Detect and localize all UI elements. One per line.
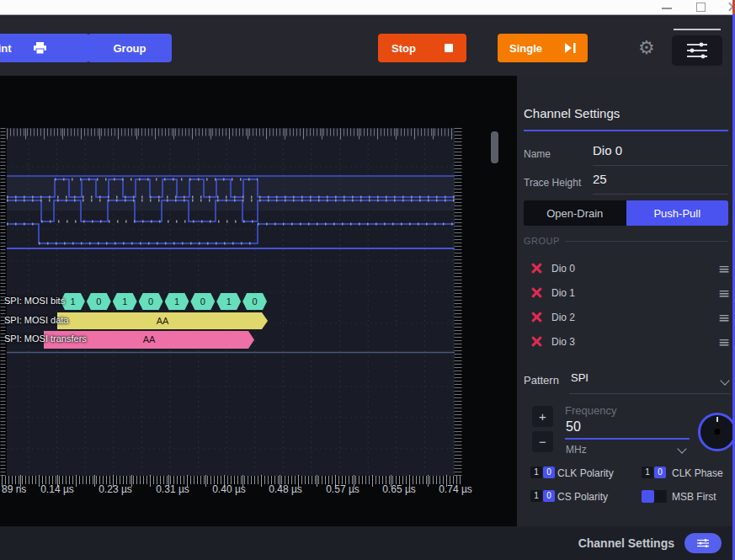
toolbar: Print Group Stop Single ⚙ xyxy=(0,14,735,76)
bit-bubble: 0 xyxy=(139,293,163,310)
group-channel-label: Dio 1 xyxy=(551,287,718,299)
toggle-zero[interactable]: 0 xyxy=(543,467,555,478)
clk-polarity-toggle[interactable]: 1 0 xyxy=(530,467,555,478)
pattern-underline xyxy=(569,393,730,394)
group-channel-row: Dio 2 ≡ xyxy=(524,305,732,329)
pattern-label: Pattern xyxy=(524,374,559,387)
skip-to-end-icon xyxy=(565,43,576,53)
group-channel-list: Dio 0 ≡ Dio 1 ≡ Dio 2 ≡ Dio 3 ≡ xyxy=(524,256,732,354)
open-drain-option[interactable]: Open-Drain xyxy=(524,200,626,226)
decoder-row-label: SPI: MOSI bits xyxy=(4,296,65,306)
name-label: Name xyxy=(524,148,551,160)
drag-handle-icon[interactable]: ≡ xyxy=(718,285,730,301)
decoder-row-label: SPI: MOSI data xyxy=(4,315,68,325)
bit-bubble: 0 xyxy=(190,293,215,310)
os-title-bar xyxy=(0,0,735,15)
group-channel-label: Dio 3 xyxy=(551,336,718,348)
msb-first-switch[interactable] xyxy=(642,490,667,503)
bit-bubble: 0 xyxy=(87,293,111,310)
single-button[interactable]: Single xyxy=(498,34,588,62)
push-pull-option[interactable]: Push-Pull xyxy=(626,200,729,226)
toggle-zero[interactable]: 0 xyxy=(654,467,666,478)
decoder-data-bar: AA xyxy=(57,312,268,329)
waveform-plot-area[interactable]: SPI: MOSI bits SPI: MOSI data SPI: MOSI … xyxy=(0,76,517,526)
toggle-one[interactable]: 1 xyxy=(530,490,542,502)
frequency-input[interactable]: 50 xyxy=(566,419,581,435)
group-channel-row: Dio 3 ≡ xyxy=(524,329,732,354)
channel-settings-toggle-pill[interactable] xyxy=(684,533,722,553)
frequency-decrement-button[interactable]: − xyxy=(532,431,553,452)
maximize-icon[interactable] xyxy=(696,3,706,12)
frequency-unit-select[interactable]: MHz xyxy=(566,444,587,456)
drag-handle-icon[interactable]: ≡ xyxy=(718,309,730,326)
print-button[interactable]: Print xyxy=(0,34,89,62)
group-channel-row: Dio 0 ≡ xyxy=(524,256,732,280)
trace-height-input[interactable]: 25 xyxy=(593,172,607,186)
time-axis-label: 0.14 µs xyxy=(40,483,74,495)
drag-handle-icon[interactable]: ≡ xyxy=(718,260,730,277)
plot-vertical-scrollbar[interactable] xyxy=(491,131,498,163)
knob-indicator-dot xyxy=(715,429,721,435)
group-channel-label: Dio 2 xyxy=(551,312,718,323)
clk-phase-label: CLK Phase xyxy=(672,467,723,479)
time-axis-label: 0.48 µs xyxy=(269,483,302,495)
bit-bubble: 1 xyxy=(165,293,189,310)
channel-settings-panel-button[interactable] xyxy=(672,35,722,66)
stop-icon xyxy=(445,44,453,52)
panel-title: Channel Settings xyxy=(524,106,620,120)
frequency-knob[interactable] xyxy=(698,413,735,451)
name-input[interactable]: Dio 0 xyxy=(593,143,622,157)
knob-tick xyxy=(716,417,718,422)
drive-mode-segmented-control: Open-Drain Push-Pull xyxy=(524,200,728,226)
decoder-bits-row: 1 0 1 0 1 0 1 0 xyxy=(61,293,267,310)
pattern-select[interactable]: SPI xyxy=(571,371,589,384)
frequency-underline xyxy=(565,438,690,440)
bit-bubble: 1 xyxy=(113,293,137,310)
group-channel-label: Dio 0 xyxy=(551,263,718,275)
toggle-one[interactable]: 1 xyxy=(530,467,542,478)
print-button-label: Print xyxy=(0,42,12,55)
remove-channel-icon[interactable] xyxy=(530,335,543,348)
group-label: GROUP xyxy=(524,236,560,246)
channel-settings-panel: Channel Settings Name Dio 0 Trace Height… xyxy=(517,76,735,526)
time-axis-label: 0.74 µs xyxy=(439,483,472,495)
frequency-increment-button[interactable]: + xyxy=(532,406,553,427)
bit-bubble: 0 xyxy=(242,293,267,310)
minimize-icon[interactable] xyxy=(662,8,672,9)
remove-channel-icon[interactable] xyxy=(530,286,543,299)
clk-phase-toggle[interactable]: 1 0 xyxy=(642,467,666,478)
group-channel-row: Dio 1 ≡ xyxy=(524,280,732,305)
toggle-zero[interactable]: 0 xyxy=(543,490,555,502)
time-axis-label: 0.23 µs xyxy=(99,483,132,495)
remove-channel-icon[interactable] xyxy=(530,262,543,275)
time-axis-label: 0.31 µs xyxy=(156,483,189,495)
main-area: SPI: MOSI bits SPI: MOSI data SPI: MOSI … xyxy=(0,76,735,526)
group-button[interactable]: Group xyxy=(88,34,172,62)
bit-bubble: 1 xyxy=(216,293,241,310)
remove-channel-icon[interactable] xyxy=(530,311,543,323)
chevron-down-icon[interactable] xyxy=(720,376,729,385)
frequency-label: Frequency xyxy=(565,404,616,417)
bottom-bar-title: Channel Settings xyxy=(578,536,674,550)
time-axis-label: 0.65 µs xyxy=(382,483,416,495)
decoder-row-label: SPI: MOSI transfers xyxy=(4,333,87,344)
sliders-icon xyxy=(695,538,711,548)
time-axis-label: 89 ns xyxy=(2,483,26,495)
stop-button[interactable]: Stop xyxy=(378,34,466,62)
msb-first-label: MSB First xyxy=(672,491,716,503)
app-window: Print Group Stop Single ⚙ xyxy=(0,0,735,560)
single-button-label: Single xyxy=(509,42,542,55)
chevron-down-icon[interactable] xyxy=(677,444,686,453)
panel-title-underline xyxy=(524,130,728,131)
gear-icon[interactable]: ⚙ xyxy=(638,37,655,59)
trace-height-label: Trace Height xyxy=(524,177,581,189)
group-button-label: Group xyxy=(114,42,146,55)
printer-icon xyxy=(34,42,46,54)
cs-polarity-toggle[interactable]: 1 0 xyxy=(530,490,555,502)
drag-handle-icon[interactable]: ≡ xyxy=(718,333,730,350)
group-section-header: GROUP xyxy=(524,236,728,246)
time-axis-label: 0.40 µs xyxy=(212,483,246,495)
name-input-underline xyxy=(593,165,728,166)
cs-polarity-label: CS Polarity xyxy=(557,491,608,503)
toggle-one[interactable]: 1 xyxy=(642,467,653,478)
